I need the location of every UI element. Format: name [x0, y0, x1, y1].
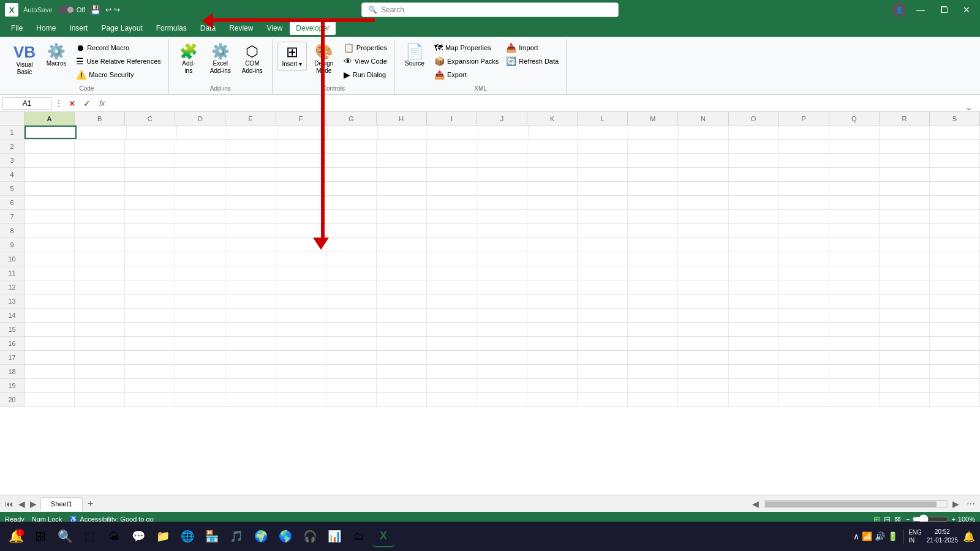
view-code-button[interactable]: 👁 View Code	[341, 55, 390, 67]
cell-H5[interactable]	[377, 182, 427, 195]
cell-I3[interactable]	[427, 154, 477, 167]
cell-K17[interactable]	[527, 351, 578, 364]
add-sheet-button[interactable]: +	[84, 497, 97, 511]
cell-J7[interactable]	[477, 210, 527, 223]
cell-N5[interactable]	[678, 182, 728, 195]
col-header-S[interactable]: S	[930, 112, 980, 125]
cell-Q16[interactable]	[829, 337, 880, 350]
col-header-E[interactable]: E	[225, 112, 276, 125]
add-ins-button[interactable]: 🧩 Add-ins	[174, 42, 203, 77]
cell-R2[interactable]	[880, 140, 930, 153]
cell-A2[interactable]	[24, 140, 75, 153]
cell-L5[interactable]	[578, 182, 628, 195]
cell-O12[interactable]	[729, 280, 779, 294]
cell-I7[interactable]	[427, 210, 477, 223]
cell-G10[interactable]	[326, 252, 377, 266]
menu-data[interactable]: Data	[194, 21, 222, 35]
row-number-9[interactable]: 9	[0, 238, 24, 252]
cell-I16[interactable]	[427, 337, 477, 350]
col-header-P[interactable]: P	[779, 112, 829, 125]
cell-L13[interactable]	[578, 294, 628, 308]
cell-H8[interactable]	[377, 224, 427, 238]
cell-B18[interactable]	[75, 365, 125, 378]
cell-R20[interactable]	[880, 393, 930, 407]
cell-Q6[interactable]	[829, 196, 880, 209]
cell-I1[interactable]	[428, 126, 478, 139]
cell-N20[interactable]	[678, 393, 728, 407]
cell-C6[interactable]	[125, 196, 175, 209]
cell-A18[interactable]	[24, 365, 75, 378]
col-header-H[interactable]: H	[377, 112, 427, 125]
cell-M6[interactable]	[628, 196, 678, 209]
cell-F8[interactable]	[276, 224, 326, 238]
cell-P16[interactable]	[779, 337, 829, 350]
cell-S7[interactable]	[930, 210, 980, 223]
cell-N2[interactable]	[678, 140, 728, 153]
cell-A4[interactable]	[24, 168, 75, 181]
cell-E13[interactable]	[225, 294, 276, 308]
cell-G15[interactable]	[326, 323, 377, 336]
row-number-15[interactable]: 15	[0, 323, 24, 336]
cell-D14[interactable]	[175, 309, 225, 322]
cell-M14[interactable]	[628, 309, 678, 322]
cell-O13[interactable]	[729, 294, 779, 308]
cell-K1[interactable]	[529, 126, 579, 139]
cell-F17[interactable]	[276, 351, 326, 364]
cell-R6[interactable]	[880, 196, 930, 209]
cell-H10[interactable]	[377, 252, 427, 266]
taskbar-file-explorer[interactable]: 📁	[152, 525, 174, 547]
cell-H3[interactable]	[377, 154, 427, 167]
taskbar-task-view[interactable]: ⬚	[78, 525, 100, 547]
row-number-1[interactable]: 1	[0, 126, 24, 139]
formula-confirm-button[interactable]: ✓	[81, 97, 93, 110]
cell-O7[interactable]	[729, 210, 779, 223]
cell-Q2[interactable]	[829, 140, 880, 153]
cell-G9[interactable]	[326, 238, 377, 252]
formula-input[interactable]	[111, 99, 978, 108]
cell-B2[interactable]	[75, 140, 125, 153]
sheet-nav-prev[interactable]: ◀	[16, 498, 28, 510]
row-number-17[interactable]: 17	[0, 351, 24, 364]
spreadsheet-body[interactable]: 1234567891011121314151617181920	[0, 126, 980, 495]
cell-D19[interactable]	[175, 379, 225, 392]
cell-K5[interactable]	[527, 182, 578, 195]
cell-N18[interactable]	[678, 365, 728, 378]
cell-H20[interactable]	[377, 393, 427, 407]
cell-E11[interactable]	[225, 266, 276, 280]
row-number-10[interactable]: 10	[0, 252, 24, 266]
cell-R5[interactable]	[880, 182, 930, 195]
cell-E18[interactable]	[225, 365, 276, 378]
taskbar-start-button[interactable]: ⊞	[29, 525, 51, 547]
cell-A14[interactable]	[24, 309, 75, 322]
cell-B19[interactable]	[75, 379, 125, 392]
cell-M18[interactable]	[628, 365, 678, 378]
cell-E2[interactable]	[225, 140, 276, 153]
cell-O17[interactable]	[729, 351, 779, 364]
cell-J14[interactable]	[477, 309, 527, 322]
export-button[interactable]: 📤 Export	[432, 69, 501, 81]
cell-I17[interactable]	[427, 351, 477, 364]
cell-M10[interactable]	[628, 252, 678, 266]
cell-P1[interactable]	[779, 126, 829, 139]
cell-C8[interactable]	[125, 224, 175, 238]
cell-D5[interactable]	[175, 182, 225, 195]
cell-H17[interactable]	[377, 351, 427, 364]
cell-L8[interactable]	[578, 224, 628, 238]
cell-C9[interactable]	[125, 238, 175, 252]
cell-reference-input[interactable]	[2, 97, 51, 110]
cell-I18[interactable]	[427, 365, 477, 378]
taskbar-app2[interactable]: 📊	[323, 525, 345, 547]
scroll-right-button[interactable]: ▶	[950, 498, 962, 510]
row-number-4[interactable]: 4	[0, 168, 24, 181]
cell-R12[interactable]	[880, 280, 930, 294]
cell-N4[interactable]	[678, 168, 728, 181]
cell-L20[interactable]	[578, 393, 628, 407]
cell-A6[interactable]	[24, 196, 75, 209]
cell-F15[interactable]	[276, 323, 326, 336]
cell-B13[interactable]	[75, 294, 125, 308]
language-indicator[interactable]: ENG IN	[908, 528, 922, 544]
cell-S13[interactable]	[930, 294, 980, 308]
cell-F2[interactable]	[276, 140, 326, 153]
cell-O15[interactable]	[729, 323, 779, 336]
cell-N14[interactable]	[678, 309, 728, 322]
